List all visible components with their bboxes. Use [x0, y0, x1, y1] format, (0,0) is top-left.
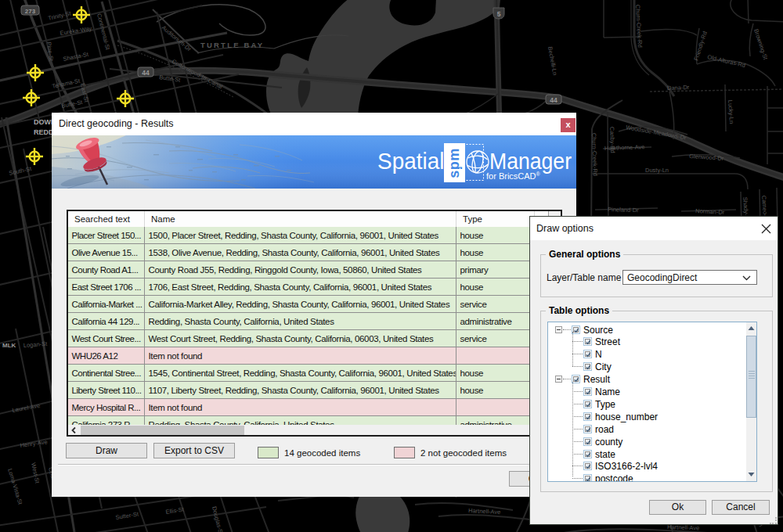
svg-text:Pineland-Dr: Pineland-Dr [608, 206, 639, 214]
svg-text:5: 5 [497, 10, 501, 18]
svg-text:Hawthorne-Ave: Hawthorne-Ave [604, 143, 645, 152]
svg-text:44: 44 [142, 69, 150, 77]
svg-text:273: 273 [25, 8, 36, 15]
svg-text:44: 44 [550, 96, 557, 104]
svg-text:Dana-Dr: Dana-Dr [667, 84, 690, 92]
svg-text:TURTLE BAY: TURTLE BAY [200, 41, 264, 49]
svg-text:Dusty-Ln: Dusty-Ln [645, 167, 669, 174]
svg-text:MLK: MLK [2, 342, 16, 349]
svg-text:Churn-Creek-Rd: Churn-Creek-Rd [590, 133, 599, 176]
